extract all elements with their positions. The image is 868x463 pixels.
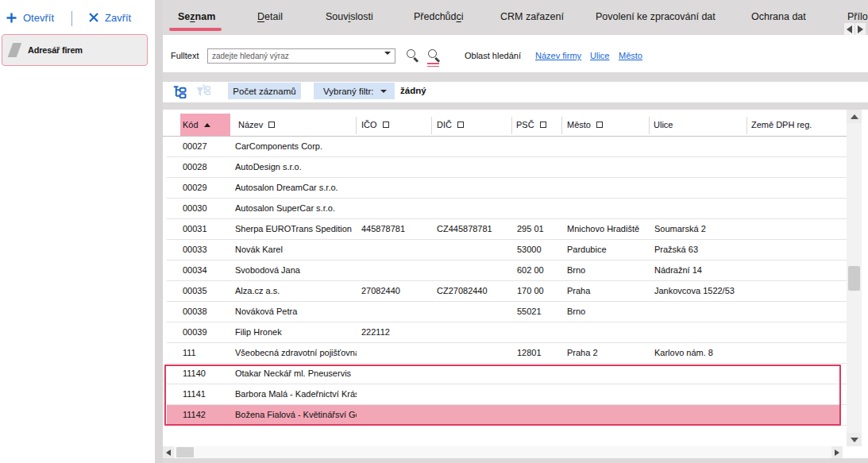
cell-zeme <box>747 178 847 198</box>
cell-kod: 11142 <box>180 405 230 425</box>
cell-kod: 00035 <box>180 281 230 301</box>
search-button[interactable] <box>406 48 422 64</box>
cell-indicator <box>167 260 180 280</box>
tab-crm-za-azen[interactable]: CRM zařazení <box>500 11 564 22</box>
cell-ico <box>357 137 432 156</box>
column-header-kod[interactable]: Kód <box>180 114 230 136</box>
record-count-button[interactable]: Počet záznamů <box>228 83 301 99</box>
records-table: KódNázevIČODIČPSČMěstoUliceZemě DPH reg.… <box>163 110 868 458</box>
fulltext-search-input[interactable]: zadejte hledaný výraz <box>207 48 395 64</box>
table-row-11140[interactable]: 11140Otakar Neckář ml. Pneuservis <box>167 364 847 384</box>
fulltext-dropdown-button[interactable] <box>384 55 391 69</box>
horizontal-scrollbar[interactable] <box>163 446 843 458</box>
column-filter-box-icon[interactable] <box>383 122 389 128</box>
cell-dic <box>432 322 512 342</box>
fulltext-search-panel: Fulltext zadejte hledaný výraz Oblast hl… <box>163 35 868 72</box>
column-header-label: Město <box>567 120 591 129</box>
cell-nazev: Nováková Petra <box>230 302 357 322</box>
table-row-11142[interactable]: 11142Božena Fialová - Květinářsví Ge <box>167 405 847 426</box>
vertical-scrollbar[interactable] <box>847 110 862 446</box>
column-filter-box-icon[interactable] <box>268 122 275 128</box>
cell-psc <box>512 157 562 177</box>
column-filter-box-icon[interactable] <box>540 122 546 128</box>
column-header-psc[interactable]: PSČ <box>512 114 562 136</box>
table-row-00029[interactable]: 00029Autosalon DreamCar s.r.o. <box>167 178 847 199</box>
search-marked-button[interactable] <box>427 48 443 64</box>
cell-ulice <box>650 302 747 322</box>
search-area-label: Oblast hledání <box>465 51 521 60</box>
cell-zeme <box>747 384 847 404</box>
column-header-ico[interactable]: IČO <box>357 114 432 136</box>
table-row-00035[interactable]: 00035Alza.cz a.s.27082440CZ27082440170 0… <box>167 281 847 302</box>
column-header-zeme[interactable]: Země DPH reg. <box>747 114 847 136</box>
selected-filter-dropdown[interactable]: Vybraný filtr: <box>314 83 395 99</box>
column-header-ulice[interactable]: Ulice <box>650 114 747 136</box>
table-row-00033[interactable]: 00033Novák Karel53000PardubicePražská 63 <box>167 240 847 260</box>
cell-zeme <box>747 240 847 260</box>
tree-view-icon[interactable] <box>172 84 187 98</box>
table-row-00031[interactable]: 00031Sherpa EUROTrans Spedition445878781… <box>167 219 847 240</box>
search-area-link-mesto[interactable]: Město <box>619 51 642 60</box>
tab-detail[interactable]: Detail <box>257 11 283 22</box>
cell-mesto <box>562 137 650 156</box>
table-row-00027[interactable]: 00027CarComponents Corp. <box>167 137 847 157</box>
column-header-mesto[interactable]: Město <box>562 114 650 136</box>
table-row-111[interactable]: 111Všeobecná zdravotní pojišťovna12801Pr… <box>167 343 847 364</box>
tab-scroll-right-button[interactable] <box>855 23 866 35</box>
tab-povolen-ke-zpracov-n-dat[interactable]: Povolení ke zpracování dat <box>596 11 716 22</box>
cell-dic <box>432 343 512 363</box>
open-button[interactable]: Otevřít <box>6 6 54 29</box>
sidebar-item-label: Adresář firem <box>28 45 83 55</box>
sidebar-toolbar-divider <box>71 11 72 26</box>
column-header-nazev[interactable]: Název <box>230 114 357 136</box>
open-button-label: Otevřít <box>23 12 54 24</box>
search-area-link-ulice[interactable]: Ulice <box>590 51 609 60</box>
cell-mesto: Pardubice <box>562 240 650 260</box>
cell-indicator <box>167 343 180 363</box>
scroll-right-button[interactable] <box>831 446 843 458</box>
cell-indicator <box>167 405 180 425</box>
tab-p-edch-dci[interactable]: Předchůdci <box>414 11 464 22</box>
cell-nazev: Všeobecná zdravotní pojišťovna <box>230 343 357 363</box>
vertical-scrollbar-thumb[interactable] <box>848 266 860 291</box>
list-toolbar: Počet záznamů Vybraný filtr: žádný <box>163 82 868 102</box>
tab-seznam[interactable]: Seznam <box>178 11 215 22</box>
table-row-00039[interactable]: 00039Filip Hronek222112 <box>167 322 847 343</box>
cell-zeme <box>747 199 847 218</box>
close-icon <box>89 13 98 22</box>
close-button-label: Zavřít <box>105 12 131 24</box>
cell-dic <box>432 240 512 260</box>
tab-bar: SeznamDetailSouvislostiPředchůdciCRM zař… <box>163 0 868 35</box>
triangle-down-icon <box>851 438 858 442</box>
tab-souvislosti[interactable]: Souvislosti <box>326 11 373 22</box>
cell-dic <box>432 157 512 177</box>
column-filter-box-icon[interactable] <box>457 122 464 128</box>
table-row-00038[interactable]: 00038Nováková Petra55021Brno <box>167 302 847 322</box>
cell-nazev: Barbora Malá - Kadeřnictví Krás <box>230 384 357 404</box>
column-filter-box-icon[interactable] <box>596 122 603 128</box>
table-row-00030[interactable]: 00030Autosalon SuperCar s.r.o. <box>167 199 847 219</box>
search-area-link-nazev-firmy[interactable]: Název firmy <box>535 51 581 60</box>
cell-indicator <box>167 219 180 239</box>
cell-mesto <box>562 384 650 404</box>
table-row-00028[interactable]: 00028AutoDesign s.r.o. <box>167 157 847 178</box>
tab-ochrana-dat[interactable]: Ochrana dat <box>751 11 806 22</box>
table-row-00034[interactable]: 00034Svobodová Jana602 00BrnoNádražní 14 <box>167 260 847 281</box>
cell-psc <box>512 322 562 342</box>
column-header-label: Země DPH reg. <box>751 120 812 129</box>
cell-ulice: Karlovo nám. 8 <box>650 343 747 363</box>
sidebar-item-adresar-firem[interactable]: Adresář firem <box>2 34 148 66</box>
cell-dic <box>432 137 512 156</box>
close-button[interactable]: Zavřít <box>89 6 131 29</box>
table-row-11141[interactable]: 11141Barbora Malá - Kadeřnictví Krás <box>167 384 847 405</box>
sidebar-splitter[interactable] <box>155 0 163 463</box>
scroll-up-button[interactable] <box>847 110 862 123</box>
triangle-right-icon <box>835 449 839 456</box>
horizontal-scrollbar-thumb[interactable] <box>176 447 194 457</box>
tab-scroll-left-button[interactable] <box>844 23 854 35</box>
cell-nazev: Alza.cz a.s. <box>230 281 357 301</box>
column-header-dic[interactable]: DIČ <box>432 114 512 136</box>
scroll-down-button[interactable] <box>847 433 862 446</box>
scroll-left-button[interactable] <box>163 446 174 458</box>
tab-p-lohy[interactable]: Přílohy <box>847 11 868 22</box>
